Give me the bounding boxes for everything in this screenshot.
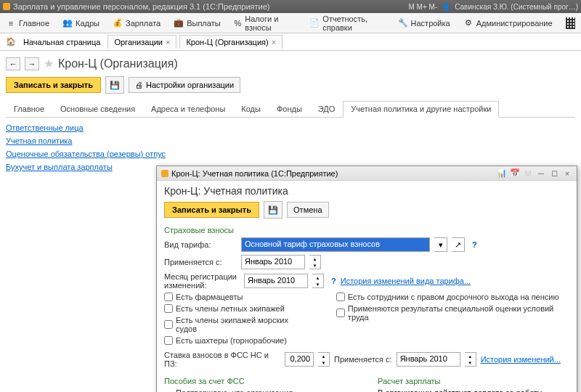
toolbar-nalogi[interactable]: %Налоги и взносы xyxy=(234,15,297,32)
forward-button[interactable]: → xyxy=(25,57,39,70)
dialog-title: Крон-Ц: Учетная политика (1С:Предприятие… xyxy=(171,169,338,178)
print-icon: 🖨 xyxy=(135,81,143,89)
toolbar-vyplaty[interactable]: 💼Выплаты xyxy=(174,18,220,28)
back-button[interactable]: ← xyxy=(6,57,20,70)
applies2-spinner[interactable]: ▲▼ xyxy=(465,352,476,367)
tab-organizations[interactable]: Организации× xyxy=(107,35,176,49)
org-settings-button[interactable]: 🖨Настройки организации xyxy=(129,77,240,93)
app-icon xyxy=(161,170,168,177)
apps-grid-icon[interactable] xyxy=(566,17,575,29)
check-marine[interactable]: Есть члены экипажей морских судов xyxy=(164,316,307,333)
inner-tabs: Главное Основные сведения Адреса и телеф… xyxy=(6,101,575,118)
money-icon: 💰 xyxy=(113,18,123,28)
help-icon[interactable]: ? xyxy=(472,240,477,249)
itab-edo[interactable]: ЭДО xyxy=(310,101,344,117)
toolbar-nastroika[interactable]: 🔧Настройка xyxy=(398,18,450,28)
check-special[interactable]: Применяются результаты специальной оценк… xyxy=(336,304,569,322)
policy-dialog: Крон-Ц: Учетная политика (1С:Предприятие… xyxy=(156,166,577,392)
salary-text: В организации действует доплата за работ… xyxy=(378,388,569,392)
percent-icon: % xyxy=(234,18,243,28)
applies-from2-input[interactable]: Январь 2010 xyxy=(397,352,460,367)
history2-link[interactable]: История изменений... xyxy=(481,355,561,364)
check-pension[interactable]: Есть сотрудники с правом досрочного выхо… xyxy=(336,293,569,301)
help-icon[interactable]: ? xyxy=(331,277,336,285)
dialog-header: Крон-Ц: Учетная политика xyxy=(164,185,569,197)
tab-home[interactable]: Начальная страница xyxy=(19,38,105,46)
main-toolbar: ≡Главное 👥Кадры 💰Зарплата 💼Выплаты %Нало… xyxy=(0,13,581,33)
tabs-bar: 🏠 Начальная страница Организации× Крон-Ц… xyxy=(0,33,581,51)
toolbar-admin[interactable]: ⚙Администрирование xyxy=(463,18,553,28)
tab-kron-org[interactable]: Крон-Ц (Организация)× xyxy=(179,35,283,49)
history-link[interactable]: История изменений вида тарифа... xyxy=(341,277,471,285)
favorite-star-icon[interactable]: ★ xyxy=(44,57,54,70)
calc-icon[interactable]: 📊 xyxy=(497,168,507,179)
app-title: Зарплата и управление персоналом, редакц… xyxy=(13,2,269,11)
calc-m-labels: М М+ М- xyxy=(409,3,438,11)
close-icon[interactable]: × xyxy=(166,38,170,46)
window-max-icon[interactable]: ◻ xyxy=(549,168,559,179)
save-close-button[interactable]: Записать и закрыть xyxy=(6,77,101,93)
link-responsible[interactable]: Ответственные лица xyxy=(6,123,575,132)
itab-fondy[interactable]: Фонды xyxy=(269,101,310,117)
itab-osnov[interactable]: Основные сведения xyxy=(52,101,143,117)
itab-policy[interactable]: Учетная политика и другие настройки xyxy=(343,101,499,118)
applies-spinner[interactable]: ▲▼ xyxy=(309,255,321,269)
link-reserves[interactable]: Оценочные обязательства (резервы) отпус xyxy=(6,150,575,158)
applies-from-label: Применяется с: xyxy=(164,258,237,266)
menu-icon: ≡ xyxy=(6,18,16,28)
section-insurance: Страховые взносы xyxy=(164,226,569,234)
check-flight[interactable]: Есть члены летных экипажей xyxy=(164,304,307,313)
doc-icon: 📄 xyxy=(309,18,320,28)
save-button[interactable]: 💾 xyxy=(105,76,124,94)
dialog-save-close[interactable]: Записать и закрыть xyxy=(164,202,259,218)
dialog-save[interactable]: 💾 xyxy=(264,201,283,219)
tariff-input[interactable]: Основной тариф страховых взносов xyxy=(241,237,430,252)
window-min-icon[interactable]: ─ xyxy=(536,168,546,179)
section-fss: Пособия за счет ФСС xyxy=(164,377,356,385)
user-name: Савинская З.Ю. (Системный прог…) xyxy=(455,3,578,11)
gear-icon: ⚙ xyxy=(463,18,474,28)
dialog-titlebar: Крон-Ц: Учетная политика (1С:Предприятие… xyxy=(157,166,577,181)
briefcase-icon: 💼 xyxy=(174,18,184,28)
tariff-open-icon[interactable]: ↗ xyxy=(452,237,465,252)
dialog-cancel[interactable]: Отмена xyxy=(287,202,328,218)
window-close-icon[interactable]: × xyxy=(562,168,572,179)
toolbar-kadry[interactable]: 👥Кадры xyxy=(62,18,99,28)
tariff-label: Вид тарифа: xyxy=(164,240,237,249)
people-icon: 👥 xyxy=(62,18,73,28)
fss-confirm[interactable]: Подтверждаю, что организация зарегистрир… xyxy=(164,388,356,392)
toolbar-main[interactable]: ≡Главное xyxy=(6,18,49,28)
user-icon: 👤 xyxy=(442,3,450,11)
fss-rate-input[interactable]: 0,200 xyxy=(285,352,314,367)
itab-kody[interactable]: Коды xyxy=(233,101,269,117)
app-titlebar: Зарплата и управление персоналом, редакц… xyxy=(0,0,581,13)
m-icon: M xyxy=(523,168,533,179)
app-icon xyxy=(3,3,10,10)
reg-spinner[interactable]: ▲▼ xyxy=(312,274,324,288)
home-icon[interactable]: 🏠 xyxy=(6,37,16,46)
applies-from2-label: Применяется с: xyxy=(334,355,392,364)
cal-icon[interactable]: 📅 xyxy=(510,168,520,179)
fss-rate-spinner[interactable]: ▲▼ xyxy=(318,352,330,367)
section-salary: Расчет зарплаты xyxy=(378,377,569,385)
link-policy[interactable]: Учетная политика xyxy=(6,136,575,145)
tariff-dropdown-icon[interactable]: ▾ xyxy=(434,237,447,252)
close-icon[interactable]: × xyxy=(272,38,276,46)
itab-main[interactable]: Главное xyxy=(6,101,52,117)
content-area: ← → ★ Крон-Ц (Организация) Записать и за… xyxy=(0,51,581,392)
applies-from-input[interactable]: Январь 2010 xyxy=(241,255,305,269)
wrench-icon: 🔧 xyxy=(398,18,408,28)
fss-rate-label: Ставка взносов в ФСС НС и ПЗ: xyxy=(164,351,280,368)
check-farm[interactable]: Есть фармацевты xyxy=(164,293,307,301)
reg-month-input[interactable]: Январь 2010 xyxy=(244,274,308,288)
itab-address[interactable]: Адреса и телефоны xyxy=(143,101,233,117)
toolbar-otchet[interactable]: 📄Отчетность, справки xyxy=(309,15,384,32)
toolbar-zarplata[interactable]: 💰Зарплата xyxy=(113,18,161,28)
page-title: Крон-Ц (Организация) xyxy=(58,57,178,70)
check-miners[interactable]: Есть шахтеры (горнорабочие) xyxy=(164,336,307,345)
